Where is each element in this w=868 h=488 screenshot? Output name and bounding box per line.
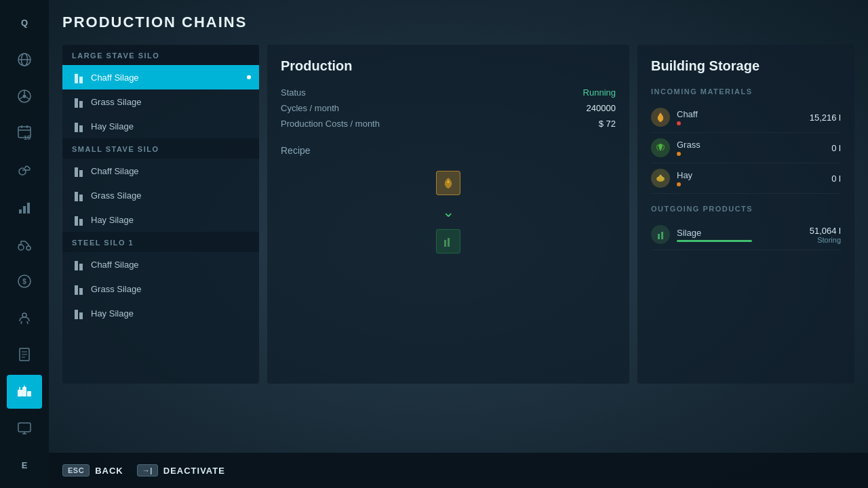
- e-key-label: E: [22, 460, 28, 470]
- sidebar: Q 15: [0, 0, 49, 488]
- grass-amount: 0 l: [831, 143, 841, 153]
- recipe-arrow-icon: ⌄: [442, 205, 454, 220]
- recipe-input-icon: [432, 167, 465, 199]
- recipe-visual: ⌄: [281, 167, 616, 258]
- stat-cycles-label: Cycles / month: [281, 103, 339, 113]
- deactivate-button[interactable]: →| DEACTIVATE: [137, 464, 225, 476]
- silo-icon-ss1-grass: [72, 283, 85, 295]
- storage-item-grass: Grass 0 l: [651, 133, 841, 163]
- svg-rect-13: [19, 209, 22, 214]
- recipe-section: Recipe ⌄: [281, 145, 616, 258]
- svg-point-17: [26, 246, 31, 250]
- hay-amount: 0 l: [831, 174, 841, 184]
- chain-item-lss-grass[interactable]: Grass Silage: [62, 89, 259, 114]
- svg-rect-39: [661, 232, 663, 239]
- hay-name: Hay: [677, 170, 825, 180]
- sidebar-item-stats[interactable]: [7, 190, 42, 224]
- svg-line-6: [20, 97, 23, 100]
- svg-text:$: $: [22, 278, 26, 285]
- chain-item-ss1-grass[interactable]: Grass Silage: [62, 277, 259, 301]
- incoming-materials-header: INCOMING MATERIALS: [651, 87, 841, 96]
- hay-icon: [651, 169, 670, 188]
- svg-rect-14: [23, 206, 26, 214]
- recipe-output-icon: [432, 225, 465, 258]
- sidebar-item-e[interactable]: E: [7, 449, 42, 483]
- grass-icon: [651, 138, 670, 157]
- section-header-large-stave-silo: LARGE STAVE SILO: [62, 45, 259, 65]
- sidebar-item-monitor[interactable]: [7, 411, 42, 445]
- active-dot: [247, 75, 251, 79]
- chain-item-lss-chaff[interactable]: Chaff Silage: [62, 65, 259, 89]
- svg-rect-29: [27, 391, 31, 396]
- steering-icon: [17, 89, 32, 104]
- sidebar-item-contracts[interactable]: [7, 338, 42, 371]
- production-title: Production: [281, 58, 616, 74]
- storage-item-chaff: Chaff 15,216 l: [651, 102, 841, 133]
- chain-item-sss-grass[interactable]: Grass Silage: [62, 183, 259, 207]
- hay-status-dot: [677, 182, 681, 186]
- main-content: PRODUCTION CHAINS LARGE STAVE SILO Chaff…: [49, 0, 868, 488]
- building-storage-panel: Building Storage INCOMING MATERIALS Chaf…: [637, 45, 854, 384]
- silage-bar: [677, 240, 752, 242]
- bottom-bar: ESC BACK →| DEACTIVATE: [49, 453, 868, 488]
- globe-icon: [17, 52, 32, 67]
- sidebar-item-globe[interactable]: [7, 42, 42, 76]
- production-chains-list: LARGE STAVE SILO Chaff Silage Grass Sila…: [62, 45, 259, 384]
- silage-status: Storing: [810, 236, 841, 244]
- weather-icon: [17, 163, 32, 178]
- sidebar-item-money[interactable]: $: [7, 264, 42, 298]
- back-button[interactable]: ESC BACK: [62, 464, 123, 476]
- storage-item-hay: Hay 0 l: [651, 163, 841, 194]
- svg-point-4: [23, 95, 26, 98]
- sidebar-item-steering[interactable]: [7, 79, 42, 113]
- svg-rect-32: [18, 423, 31, 432]
- stat-costs: Production Costs / month $ 72: [281, 119, 616, 129]
- stat-costs-value: $ 72: [599, 119, 616, 129]
- chain-item-lss-hay[interactable]: Hay Silage: [62, 114, 259, 138]
- silo-icon-sss-chaff: [72, 165, 85, 177]
- silage-icon: [651, 225, 670, 244]
- chaff-ingredient-icon: [441, 176, 455, 190]
- sidebar-item-q[interactable]: Q: [7, 5, 42, 39]
- chain-item-sss-hay[interactable]: Hay Silage: [62, 207, 259, 232]
- silo-icon-sss-hay: [72, 214, 85, 226]
- chaff-status-dot: [677, 121, 681, 125]
- sidebar-item-production-chains[interactable]: [7, 375, 42, 409]
- svg-point-16: [18, 245, 24, 250]
- sidebar-item-calendar[interactable]: 15: [7, 116, 42, 150]
- silo-icon-lss-hay: [72, 120, 85, 132]
- sidebar-item-animals[interactable]: [7, 301, 42, 335]
- svg-rect-27: [18, 390, 22, 396]
- silo-icon-lss-grass: [72, 96, 85, 108]
- stat-cycles: Cycles / month 240000: [281, 103, 616, 113]
- silage-name: Silage: [677, 228, 803, 238]
- stat-status: Status Running: [281, 87, 616, 98]
- back-label: BACK: [95, 466, 123, 476]
- grass-status-dot: [677, 152, 681, 156]
- chain-item-sss-chaff[interactable]: Chaff Silage: [62, 159, 259, 183]
- contracts-icon: [17, 347, 32, 362]
- silo-icon-ss1-hay: [72, 307, 85, 319]
- chain-item-ss1-hay[interactable]: Hay Silage: [62, 301, 259, 325]
- animals-icon: [17, 310, 32, 325]
- chain-item-ss1-chaff[interactable]: Chaff Silage: [62, 252, 259, 277]
- deactivate-label: DEACTIVATE: [163, 466, 225, 476]
- chaff-icon: [651, 108, 670, 127]
- columns-container: LARGE STAVE SILO Chaff Silage Grass Sila…: [62, 45, 854, 384]
- svg-rect-38: [658, 234, 660, 239]
- monitor-icon: [17, 421, 32, 436]
- svg-point-12: [19, 168, 26, 175]
- q-key-label: Q: [21, 18, 28, 28]
- building-storage-title: Building Storage: [651, 58, 841, 74]
- sidebar-item-weather[interactable]: [7, 153, 42, 187]
- grass-name: Grass: [677, 140, 825, 150]
- sidebar-item-tractor[interactable]: [7, 227, 42, 261]
- stats-icon: [17, 200, 32, 215]
- storage-item-silage: Silage 51,064 l Storing: [651, 220, 841, 250]
- deactivate-key: →|: [137, 464, 158, 476]
- section-header-small-stave-silo: SMALL STAVE SILO: [62, 138, 259, 159]
- svg-point-37: [656, 176, 665, 182]
- svg-line-21: [21, 321, 22, 324]
- calendar-icon: 15: [17, 124, 32, 142]
- recipe-title: Recipe: [281, 145, 616, 156]
